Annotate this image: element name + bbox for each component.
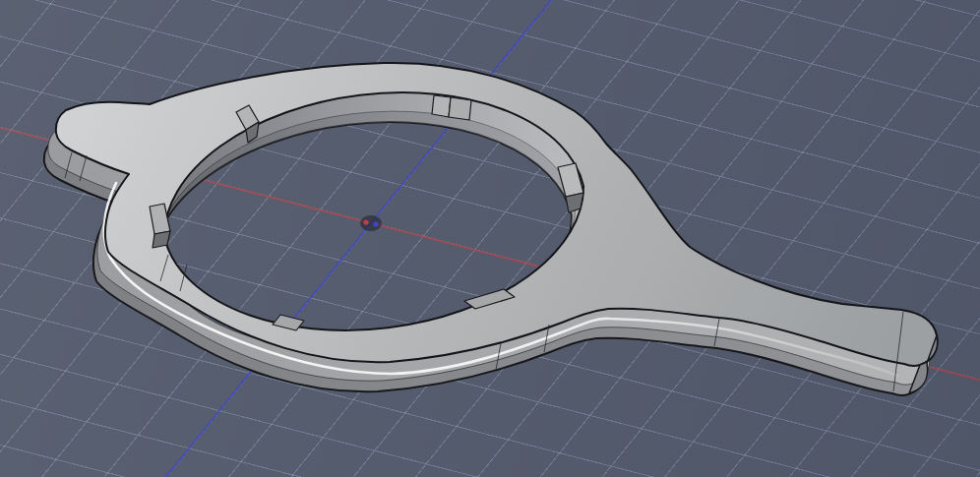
lug-notch <box>432 95 451 117</box>
cad-3d-viewport[interactable] <box>0 0 980 477</box>
origin-marker-ring <box>360 215 382 231</box>
part-layer <box>0 0 980 477</box>
origin-marker-y-dot <box>373 221 378 226</box>
lug-notch-side <box>153 231 170 248</box>
origin-marker-x-dot <box>363 219 368 224</box>
lug-notch <box>449 97 471 120</box>
part-filter-wrench[interactable] <box>44 63 938 395</box>
origin-marker <box>360 215 382 231</box>
